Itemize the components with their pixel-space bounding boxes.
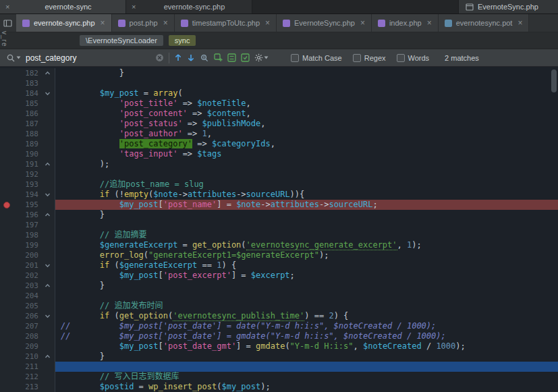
fold-up-icon[interactable] (45, 354, 51, 360)
code-text: } (55, 352, 558, 362)
breakpoint-cell[interactable] (0, 139, 13, 149)
window-tab[interactable]: ×evernote-sync (0, 0, 126, 13)
fold-up-icon[interactable] (45, 161, 51, 167)
close-icon[interactable]: × (101, 18, 105, 28)
breakpoint-cell[interactable] (0, 149, 13, 159)
breakpoint-cell[interactable] (0, 311, 13, 321)
close-icon[interactable]: × (360, 18, 365, 28)
regex-checkbox[interactable] (353, 54, 361, 62)
breakpoint-cell[interactable] (0, 169, 13, 179)
code-token: array (153, 88, 177, 98)
code-token: $generateExcerpt (119, 260, 198, 270)
breakpoint-cell[interactable] (0, 220, 13, 230)
close-icon[interactable]: × (5, 3, 12, 11)
code-line: 187 'post_status' => $publishMode, (0, 119, 558, 129)
breakpoint-cell[interactable] (0, 250, 13, 260)
breakpoint-cell[interactable] (0, 210, 13, 220)
find-all-icon[interactable] (200, 53, 209, 63)
close-icon[interactable]: × (132, 3, 138, 11)
code-token: 'evernotesync_publish_time' (173, 311, 304, 321)
breadcrumb-item[interactable]: \EvernoteSyncLoader (80, 35, 163, 46)
fold-down-icon[interactable] (45, 192, 51, 198)
code-line: 201 if ($generateExcerpt == 1) { (0, 260, 558, 271)
breakpoint-cell[interactable] (0, 331, 13, 341)
breakpoint-icon[interactable] (3, 202, 10, 208)
editor-tab[interactable]: timestampToUtc.php× (175, 14, 277, 32)
breakpoint-cell[interactable] (0, 260, 13, 271)
clear-search-icon[interactable] (155, 53, 164, 62)
close-icon[interactable]: × (427, 18, 432, 28)
add-selection-icon[interactable] (214, 53, 223, 62)
code-token (61, 250, 100, 260)
editor-tab[interactable]: index.php× (372, 14, 439, 32)
find-option[interactable]: Words (397, 54, 430, 62)
search-input[interactable]: post_category (26, 53, 164, 63)
breakpoint-cell[interactable] (0, 78, 13, 88)
breakpoint-cell[interactable] (0, 362, 13, 372)
select-all-occurrences-icon[interactable] (227, 53, 236, 62)
tool-window-toggle-icon[interactable] (3, 19, 12, 28)
breakpoint-cell[interactable] (0, 352, 13, 362)
window-tab[interactable]: ×evernote-sync.php (126, 0, 252, 13)
editor-tab[interactable]: EvernoteSync.php× (277, 14, 372, 32)
breakpoint-cell[interactable] (0, 109, 13, 119)
scrollbar-thumb[interactable] (551, 69, 557, 92)
match-case-checkbox[interactable] (291, 54, 299, 62)
close-icon[interactable]: × (518, 18, 522, 28)
search-query[interactable]: post_category (26, 53, 151, 63)
breakpoint-cell[interactable] (0, 68, 13, 78)
find-option[interactable]: Match Case (291, 54, 342, 62)
code-line: 208// $my_post['post_date'] = gmdate("Y-… (0, 331, 558, 341)
close-icon[interactable]: × (265, 18, 270, 28)
line-number: 200 (13, 250, 40, 260)
editor-tab[interactable]: evernotesync.pot× (439, 14, 530, 32)
breakpoint-cell[interactable] (0, 159, 13, 169)
code-editor[interactable]: 182 }183184 $my_post = array(185 'post_t… (0, 67, 558, 392)
fold-down-icon[interactable] (45, 90, 51, 96)
editor-tab[interactable]: evernote-sync.php× (16, 14, 112, 32)
code-token: if (100, 190, 109, 199)
file-icon (118, 20, 125, 27)
tool-window-stripe-label[interactable]: v_re (1, 31, 10, 47)
breakpoint-cell[interactable] (0, 88, 13, 99)
gutter: 210 (0, 352, 55, 362)
breakpoint-cell[interactable] (0, 281, 13, 291)
breakpoint-cell[interactable] (0, 240, 13, 250)
breakpoint-cell[interactable] (0, 341, 13, 352)
breakpoint-cell[interactable] (0, 200, 13, 210)
window-tab-detached[interactable]: EvernoteSync.php (458, 0, 558, 13)
breakpoint-cell[interactable] (0, 119, 13, 129)
editor-tab[interactable]: post.php× (112, 14, 175, 32)
fold-down-icon[interactable] (45, 262, 51, 269)
previous-match-icon[interactable] (174, 53, 182, 62)
find-option[interactable]: Regex (353, 54, 386, 62)
code-token: [ (159, 271, 163, 280)
breakpoint-cell[interactable] (0, 230, 13, 240)
code-token: ( (241, 240, 246, 250)
breakpoint-cell[interactable] (0, 190, 13, 200)
next-match-icon[interactable] (187, 53, 195, 62)
fold-up-icon[interactable] (45, 283, 51, 289)
breakpoint-cell[interactable] (0, 321, 13, 331)
breakpoint-cell[interactable] (0, 291, 13, 301)
breakpoint-cell[interactable] (0, 129, 13, 139)
breakpoint-cell[interactable] (0, 179, 13, 190)
fold-up-icon[interactable] (45, 70, 51, 76)
close-icon[interactable]: × (163, 18, 168, 28)
breakpoint-cell[interactable] (0, 271, 13, 281)
breakpoint-cell[interactable] (0, 99, 13, 109)
fold-up-icon[interactable] (45, 212, 51, 218)
line-number: 194 (13, 190, 40, 200)
words-checkbox[interactable] (397, 54, 405, 62)
search-icon[interactable] (6, 53, 21, 63)
breakpoint-cell[interactable] (0, 372, 13, 382)
fold-down-icon[interactable] (45, 313, 51, 319)
breakpoint-cell[interactable] (0, 301, 13, 311)
breadcrumb-item[interactable]: sync (169, 35, 196, 46)
search-settings-gear-icon[interactable] (254, 53, 269, 62)
code-token: => (177, 99, 197, 108)
code-line: 204 (0, 291, 558, 301)
code-text (55, 362, 558, 372)
breakpoint-cell[interactable] (0, 382, 13, 392)
open-results-icon[interactable] (241, 53, 250, 62)
